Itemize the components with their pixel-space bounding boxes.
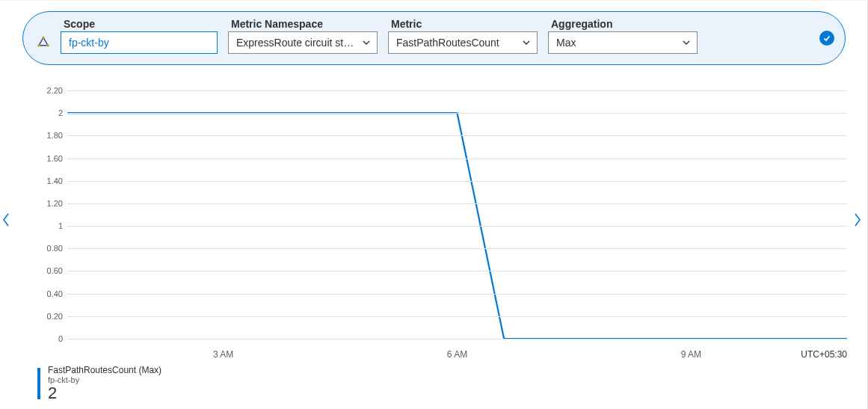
metric-value: FastPathRoutesCount	[396, 37, 499, 49]
svg-point-1	[46, 44, 49, 46]
grid-line	[67, 159, 847, 159]
grid-line	[67, 248, 847, 249]
chevron-down-icon	[362, 38, 371, 47]
scope-field: Scope fp-ckt-by	[61, 18, 218, 54]
grid-line	[67, 90, 847, 91]
prev-time-range-button[interactable]	[0, 210, 12, 230]
legend-current-value: 2	[48, 385, 161, 402]
aggregation-field: Aggregation Max	[548, 18, 698, 54]
chart-legend[interactable]: FastPathRoutesCount (Max) fp-ckt-by 2	[37, 365, 161, 402]
aggregation-value: Max	[556, 37, 576, 49]
namespace-value: ExpressRoute circuit sta…	[236, 37, 357, 49]
y-axis-tick: 1	[37, 221, 63, 230]
namespace-field: Metric Namespace ExpressRoute circuit st…	[228, 18, 378, 54]
metric-field: Metric FastPathRoutesCount	[388, 18, 538, 54]
y-axis-tick: 1.40	[37, 176, 63, 185]
y-axis-tick: 0.80	[37, 244, 63, 253]
namespace-label: Metric Namespace	[228, 18, 378, 30]
grid-line	[67, 271, 847, 271]
y-axis-tick: 0.60	[37, 266, 63, 275]
grid-line	[67, 181, 847, 182]
grid-line	[67, 316, 847, 317]
scope-input[interactable]: fp-ckt-by	[61, 31, 218, 54]
scope-value: fp-ckt-by	[69, 37, 109, 49]
grid-line	[67, 339, 847, 339]
validation-ok-icon	[819, 31, 834, 46]
grid-line	[67, 113, 847, 114]
y-axis-tick: 2.20	[37, 86, 63, 95]
x-axis-tick: 6 AM	[447, 349, 467, 360]
y-axis-tick: 1.60	[37, 154, 63, 163]
svg-point-2	[37, 44, 40, 46]
x-axis-tick: 3 AM	[213, 349, 233, 360]
y-axis-tick: 2	[37, 108, 63, 117]
chevron-down-icon	[682, 38, 691, 47]
svg-point-0	[42, 37, 44, 39]
grid-line	[67, 203, 847, 204]
grid-line	[67, 135, 847, 136]
x-axis-tick: 9 AM	[681, 349, 701, 360]
chevron-down-icon	[522, 38, 531, 47]
metric-select[interactable]: FastPathRoutesCount	[388, 31, 538, 54]
namespace-select[interactable]: ExpressRoute circuit sta…	[228, 31, 378, 54]
y-axis-tick: 0.20	[37, 312, 63, 321]
timezone-label: UTC+05:30	[801, 349, 847, 360]
y-axis-tick: 0	[37, 334, 63, 343]
y-axis-tick: 1.20	[37, 199, 63, 208]
next-time-range-button[interactable]	[852, 210, 864, 230]
aggregation-select[interactable]: Max	[548, 31, 698, 54]
legend-resource-name: fp-ckt-by	[48, 375, 161, 385]
y-axis-tick: 1.80	[37, 131, 63, 140]
metric-label: Metric	[388, 18, 538, 30]
grid-line	[67, 294, 847, 295]
scope-label: Scope	[61, 18, 218, 30]
legend-color-swatch	[37, 368, 40, 399]
grid-line	[67, 226, 847, 227]
aggregation-label: Aggregation	[548, 18, 698, 30]
legend-series-name: FastPathRoutesCount (Max)	[48, 365, 161, 375]
metric-filter-bar: Scope fp-ckt-by Metric Namespace Express…	[22, 11, 846, 65]
scope-icon	[37, 36, 50, 49]
metrics-chart: UTC+05:30 00.200.400.600.8011.201.401.60…	[37, 90, 847, 360]
y-axis-tick: 0.40	[37, 289, 63, 298]
